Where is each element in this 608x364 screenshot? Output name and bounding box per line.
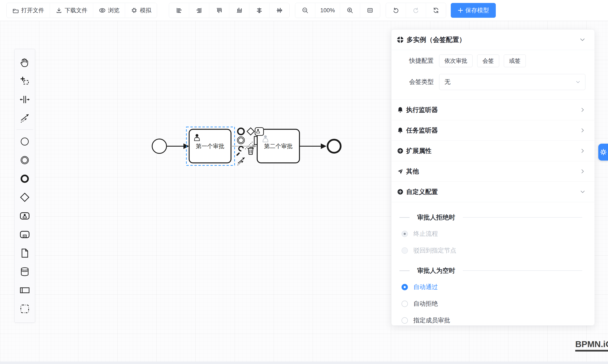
space-tool[interactable] [18,90,31,109]
zoom-out-icon [302,7,309,14]
radio-button[interactable] [401,231,408,237]
logo-underline [575,350,608,351]
undo-button[interactable] [386,3,406,18]
plus-circle-icon [397,188,404,195]
send-icon [397,168,404,175]
zoom-in-icon [346,7,354,14]
align-center-horizontal-button[interactable] [249,3,269,18]
section-label: 自定义配置 [406,188,580,196]
redo-button[interactable] [406,3,426,18]
radio-label: 指定成员审批 [413,316,450,325]
eye-icon [99,7,106,14]
chevron-down-icon [580,189,585,194]
align-right-button[interactable] [189,3,209,18]
user-task-tool[interactable] [18,207,31,225]
align-left-button[interactable] [169,3,189,18]
empty-approver-heading: 审批人为空时 [399,266,582,275]
reject-heading: 审批人拒绝时 [399,213,582,221]
quick-config-row: 快捷配置 依次审批 会签 或签 [391,54,595,67]
section-execution-listener[interactable]: 执行监听器 [391,100,595,120]
intermediate-event-tool[interactable] [18,151,31,169]
settings-edge-tab[interactable] [598,144,608,161]
radio-button[interactable] [401,317,408,324]
chevron-down-icon [575,79,581,85]
append-user-task-button[interactable] [255,128,264,135]
append-end-event-button[interactable] [238,128,244,135]
panel-title: 多实例（会签配置） [407,35,580,44]
simulate-button[interactable]: 模拟 [125,3,157,18]
zoom-out-button[interactable] [295,3,315,18]
lasso-tool[interactable] [18,72,31,90]
sign-type-select[interactable]: 无 [439,74,585,90]
radio-auto-reject[interactable]: 自动拒绝 [391,299,595,308]
radio-return-to-node[interactable]: 驳回到指定节点 [391,246,595,255]
gateway-tool[interactable] [18,188,31,207]
radio-terminate-process[interactable]: 终止流程 [391,229,595,238]
start-event-icon [19,136,30,147]
properties-panel: 多实例（会签配置） 快捷配置 依次审批 会签 或签 会签类型 无 执行监听器 任… [391,29,595,325]
bell-icon [397,106,404,113]
participant-pool-tool[interactable] [18,281,31,299]
align-top-button[interactable] [209,3,229,18]
or-sign-button[interactable]: 或签 [504,54,526,67]
section-custom-config[interactable]: 自定义配置 [391,182,595,202]
bell-icon [397,127,404,134]
redo-icon [412,7,420,14]
quick-config-label: 快捷配置 [400,57,434,65]
radio-button[interactable] [401,301,408,307]
sequential-approve-button[interactable]: 依次审批 [439,54,473,67]
reset-zoom-icon [367,7,374,14]
download-icon [55,7,63,14]
panel-sections: 执行监听器 任务监听器 扩展属性 其他 自定义配置 [391,100,595,202]
sign-type-label: 会签类型 [400,78,434,86]
section-other[interactable]: 其他 [391,161,595,182]
chevron-right-icon [580,107,585,112]
data-store-tool[interactable] [18,262,31,281]
chevron-right-icon [580,169,585,174]
sign-type-row: 会签类型 无 [391,74,595,90]
panel-header[interactable]: 多实例（会签配置） [391,30,595,50]
simulate-label: 模拟 [140,7,151,14]
refresh-button[interactable] [426,3,446,18]
radio-button[interactable] [401,247,408,254]
subprocess-tool[interactable] [18,225,31,244]
open-file-button[interactable]: 打开文件 [7,3,50,18]
section-label: 任务监听器 [406,126,580,135]
section-task-listener[interactable]: 任务监听器 [391,120,595,141]
zoom-in-button[interactable] [340,3,360,18]
hand-tool[interactable] [18,53,31,72]
countersign-button[interactable]: 会签 [477,54,499,67]
connect-icon [19,113,30,124]
data-object-icon [19,247,30,259]
save-model-label: 保存模型 [465,6,489,14]
radio-auto-pass[interactable]: 自动通过 [391,283,595,292]
reset-zoom-button[interactable] [360,3,380,18]
data-store-icon [19,266,30,277]
bpmn-io-logo[interactable]: BPMN.iO [575,339,608,351]
section-extended-properties[interactable]: 扩展属性 [391,141,595,161]
radio-button[interactable] [401,284,408,290]
align-middle-vertical-icon [276,7,283,14]
sign-type-value: 无 [444,78,575,86]
end-event-icon [19,173,30,184]
preview-button[interactable]: 浏览 [93,3,125,18]
history-button-group [386,3,446,18]
data-object-tool[interactable] [18,244,31,262]
align-middle-vertical-button[interactable] [269,3,289,18]
download-file-button[interactable]: 下载文件 [50,3,93,18]
lasso-icon [19,75,30,86]
zoom-level[interactable]: 100% [315,3,340,18]
refresh-icon [432,7,440,14]
download-file-label: 下载文件 [65,7,88,14]
align-left-icon [175,7,183,14]
start-event-tool[interactable] [18,132,31,151]
save-model-button[interactable]: 保存模型 [451,3,496,18]
file-button-group: 打开文件 下载文件 浏览 模拟 [6,3,157,18]
group-tool[interactable] [18,299,31,318]
align-bottom-button[interactable] [229,3,249,18]
radio-assign-member[interactable]: 指定成员审批 [391,316,595,325]
plus-icon [458,7,463,13]
global-connect-tool[interactable] [18,109,31,127]
append-intermediate-event-button[interactable] [237,137,245,144]
end-event-tool[interactable] [18,169,31,188]
